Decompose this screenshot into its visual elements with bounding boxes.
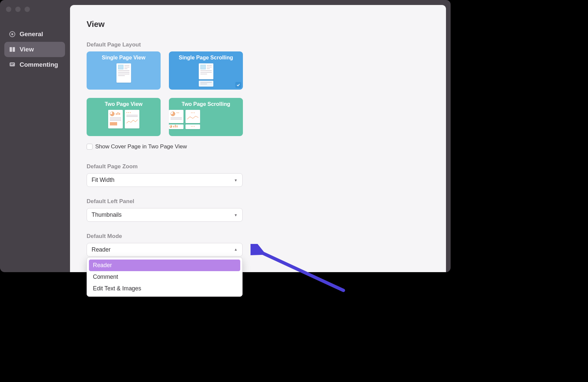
default-page-zoom-select[interactable]: Fit Width ▼ [87, 173, 243, 187]
chevron-up-icon: ▼ [234, 248, 238, 252]
preferences-window: General View Commenting View Default Pag… [0, 0, 451, 272]
general-icon [9, 31, 16, 38]
chevron-down-icon: ▼ [234, 213, 238, 217]
svg-rect-5 [11, 63, 14, 64]
view-icon [9, 46, 16, 53]
svg-point-1 [11, 33, 13, 35]
mini-page-stack-illustration [199, 63, 213, 87]
mini-page-illustration [116, 63, 131, 83]
show-cover-page-option: Show Cover Page in Two Page View [87, 143, 429, 150]
sidebar-item-general[interactable]: General [4, 27, 65, 42]
show-cover-page-checkbox[interactable] [87, 144, 93, 150]
mini-page-illustration: ●●● [169, 110, 184, 123]
sidebar-item-view[interactable]: View [4, 42, 65, 57]
window-controls [6, 7, 30, 12]
select-value: Thumbnails [92, 211, 121, 218]
layout-option-label: Two Page View [105, 101, 142, 107]
content-panel: View Default Page Layout Single Page Vie… [70, 5, 446, 272]
close-window-button[interactable] [6, 7, 11, 12]
layout-option-two-page-scrolling[interactable]: Two Page Scrolling ●●● ● ● ● [169, 98, 243, 136]
select-value: Reader [92, 246, 110, 253]
layout-option-label: Two Page Scrolling [182, 101, 230, 107]
layout-option-single-page-view[interactable]: Single Page View [87, 51, 161, 90]
svg-rect-6 [11, 64, 13, 65]
sidebar: General View Commenting [4, 27, 65, 72]
sidebar-item-label: Commenting [20, 61, 58, 68]
default-page-layout-label: Default Page Layout [87, 41, 429, 48]
mini-page-illustration: ● ● ● [185, 110, 200, 123]
selected-check-icon [235, 82, 241, 88]
mini-page-illustration [108, 110, 123, 128]
dropdown-item-label: Comment [93, 273, 118, 280]
default-left-panel-label: Default Left Panel [87, 198, 429, 205]
dropdown-item-edit-text-images[interactable]: Edit Text & Images [89, 283, 240, 294]
svg-rect-2 [10, 47, 12, 52]
layout-option-two-page-view[interactable]: Two Page View ● ● ● [87, 98, 161, 136]
layout-option-label: Single Page Scrolling [179, 55, 233, 60]
page-title: View [87, 20, 429, 29]
commenting-icon [9, 61, 16, 68]
default-page-zoom-label: Default Page Zoom [87, 163, 429, 170]
default-mode-select[interactable]: Reader ▼ [87, 243, 243, 257]
sidebar-item-label: General [20, 31, 43, 38]
layout-option-label: Single Page View [102, 55, 145, 60]
default-mode-label: Default Mode [87, 233, 429, 240]
mini-page-illustration: ● ● ● [125, 110, 139, 128]
sidebar-item-label: View [20, 46, 34, 53]
mini-page-peek-illustration [169, 124, 184, 129]
dropdown-item-label: Reader [93, 262, 112, 268]
show-cover-page-label: Show Cover Page in Two Page View [95, 143, 187, 150]
dropdown-item-reader[interactable]: Reader [89, 260, 240, 271]
sidebar-item-commenting[interactable]: Commenting [4, 57, 65, 72]
layout-options-grid: Single Page View [87, 51, 429, 136]
select-value: Fit Width [92, 177, 114, 184]
layout-option-single-page-scrolling[interactable]: Single Page Scrolling [169, 51, 243, 90]
mini-page-peek-illustration: ● ● ● [185, 124, 200, 129]
default-left-panel-select[interactable]: Thumbnails ▼ [87, 208, 243, 222]
chevron-down-icon: ▼ [234, 178, 238, 182]
default-mode-dropdown: Reader Comment Edit Text & Images [87, 257, 243, 297]
svg-rect-3 [13, 47, 15, 52]
minimize-window-button[interactable] [15, 7, 21, 12]
maximize-window-button[interactable] [25, 7, 30, 12]
dropdown-item-comment[interactable]: Comment [89, 271, 240, 283]
dropdown-item-label: Edit Text & Images [93, 285, 141, 292]
